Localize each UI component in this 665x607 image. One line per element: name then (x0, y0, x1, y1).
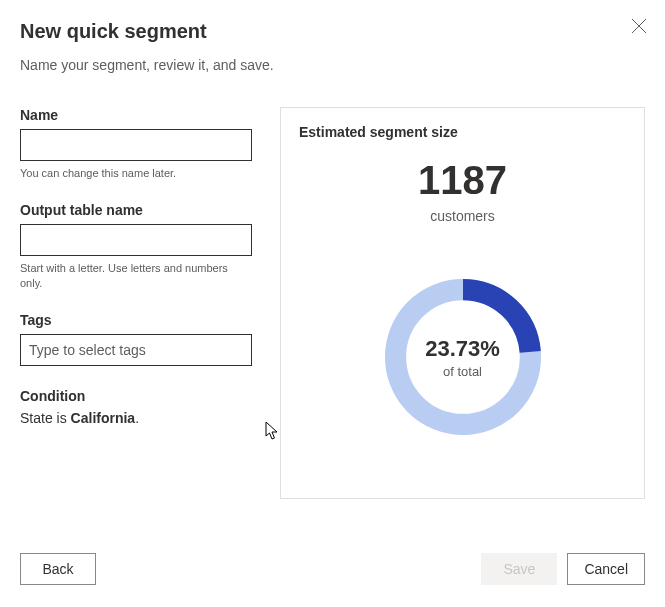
donut-chart: 23.73% of total (299, 236, 626, 478)
name-input[interactable] (20, 129, 252, 161)
donut-percent-label: of total (425, 364, 500, 379)
segment-unit: customers (299, 208, 626, 224)
new-quick-segment-dialog: New quick segment Name your segment, rev… (0, 0, 665, 607)
form-panel: Name You can change this name later. Out… (20, 107, 252, 499)
condition-value: California (71, 410, 136, 426)
name-helper: You can change this name later. (20, 166, 252, 180)
close-icon[interactable] (631, 18, 647, 34)
tags-label: Tags (20, 312, 252, 328)
condition-prefix: State is (20, 410, 71, 426)
page-subtitle: Name your segment, review it, and save. (20, 57, 645, 73)
dialog-footer: Back Save Cancel (20, 553, 645, 585)
page-title: New quick segment (20, 20, 645, 43)
segment-count: 1187 (299, 158, 626, 202)
preview-title: Estimated segment size (299, 124, 626, 140)
back-button[interactable]: Back (20, 553, 96, 585)
condition-suffix: . (135, 410, 139, 426)
output-table-input[interactable] (20, 224, 252, 256)
tags-input[interactable] (20, 334, 252, 366)
cancel-button[interactable]: Cancel (567, 553, 645, 585)
condition-text: State is California. (20, 410, 252, 426)
output-table-label: Output table name (20, 202, 252, 218)
preview-panel: Estimated segment size 1187 customers 23… (280, 107, 645, 499)
output-table-helper: Start with a letter. Use letters and num… (20, 261, 252, 290)
name-label: Name (20, 107, 252, 123)
condition-label: Condition (20, 388, 252, 404)
save-button: Save (481, 553, 557, 585)
donut-percent: 23.73% (425, 336, 500, 362)
